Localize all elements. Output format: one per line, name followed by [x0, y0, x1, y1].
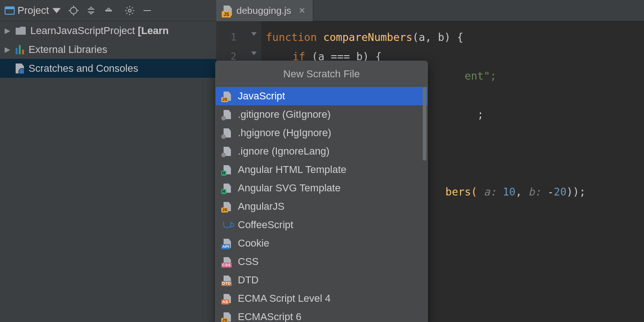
editor-tab[interactable]: JS debugging.js ✕	[216, 0, 313, 21]
chevron-right-icon[interactable]: ▶	[5, 26, 11, 35]
css-file-icon: CSS	[222, 257, 232, 267]
popup-scrollbar[interactable]	[423, 87, 426, 161]
svg-rect-4	[144, 10, 151, 11]
popup-item-gitignore[interactable]: .gitignore (GitIgnore)	[216, 105, 427, 124]
js-file-icon: JS	[222, 312, 232, 322]
popup-item-label: CSS	[238, 256, 259, 268]
popup-item-dtd[interactable]: DTD DTD	[216, 271, 427, 289]
chevron-right-icon[interactable]: ▶	[5, 45, 11, 54]
popup-item-label: .hgignore (HgIgnore)	[238, 127, 331, 139]
new-scratch-file-popup: New Scratch File JS JavaScript .gitignor…	[215, 61, 428, 322]
popup-item-hgignore[interactable]: .hgignore (HgIgnore)	[216, 124, 427, 142]
svg-rect-1	[5, 7, 14, 9]
fold-marker-icon[interactable]	[250, 50, 258, 57]
popup-list: JS JavaScript .gitignore (GitIgnore) .hg…	[216, 87, 427, 322]
popup-item-ecma6[interactable]: JS ECMAScript 6	[216, 308, 427, 322]
settings-gear-icon[interactable]	[124, 5, 135, 16]
svg-point-3	[128, 9, 131, 12]
popup-item-label: Cookie	[238, 237, 269, 249]
code-line: function compareNumbers(a, b) {	[266, 28, 644, 47]
ignore-file-icon	[222, 146, 232, 156]
api-file-icon: API	[222, 238, 232, 248]
project-view-label: Project	[17, 5, 49, 17]
popup-item-label: .ignore (IgnoreLang)	[238, 145, 329, 157]
expand-all-icon[interactable]	[86, 5, 97, 16]
js-file-badge-icon: JS	[222, 11, 231, 17]
popup-item-label: ECMA Script Level 4	[238, 293, 331, 305]
coffeescript-icon	[222, 220, 232, 230]
angular-svg-icon: H	[222, 183, 232, 193]
project-tree: ▶ LearnJavaScriptProject [Learn ▶ Extern…	[0, 21, 216, 322]
minimize-icon[interactable]	[142, 5, 153, 16]
js-file-icon: JS	[222, 91, 232, 101]
dtd-file-icon: DTD	[222, 275, 232, 285]
popup-item-label: AngularJS	[238, 201, 285, 213]
ignore-file-icon	[222, 128, 232, 138]
as-file-icon: AS	[222, 293, 232, 304]
project-sidebar-toolbar: Project	[0, 0, 644, 21]
scratch-icon	[16, 63, 24, 74]
tree-item-suffix: [Learn	[135, 25, 168, 36]
project-pane-icon	[5, 6, 15, 15]
popup-item-angular-html[interactable]: H Angular HTML Template	[216, 161, 427, 179]
close-tab-icon[interactable]: ✕	[299, 6, 305, 16]
popup-item-label: Angular SVG Template	[238, 182, 340, 194]
popup-item-angular-svg[interactable]: H Angular SVG Template	[216, 179, 427, 197]
popup-title: New Scratch File	[216, 61, 427, 87]
folder-icon	[16, 27, 26, 35]
collapse-all-icon[interactable]	[103, 5, 114, 16]
dropdown-triangle-icon	[52, 6, 62, 15]
popup-item-label: .gitignore (GitIgnore)	[238, 109, 331, 121]
popup-item-label: DTD	[238, 274, 259, 286]
popup-item-label: Angular HTML Template	[238, 164, 346, 176]
popup-item-ecma4[interactable]: AS ECMA Script Level 4	[216, 289, 427, 308]
popup-item-cookie[interactable]: API Cookie	[216, 234, 427, 253]
js-file-icon: JS	[222, 201, 232, 212]
popup-item-label: ECMAScript 6	[238, 311, 301, 322]
angular-html-icon: H	[222, 165, 232, 175]
tree-item-scratches[interactable]: Scratches and Consoles	[0, 59, 216, 78]
tab-filename: debugging.js	[236, 5, 291, 16]
libraries-icon	[16, 45, 24, 54]
popup-item-coffeescript[interactable]: CoffeeScript	[216, 216, 427, 234]
popup-item-css[interactable]: CSS CSS	[216, 253, 427, 271]
popup-item-angularjs[interactable]: JS AngularJS	[216, 197, 427, 216]
locate-icon[interactable]	[68, 5, 79, 16]
popup-item-ignore[interactable]: .ignore (IgnoreLang)	[216, 142, 427, 161]
tree-item-external-libraries[interactable]: ▶ External Libraries	[0, 40, 216, 59]
tree-item-label: External Libraries	[29, 44, 107, 56]
popup-item-label: JavaScript	[238, 90, 285, 102]
fold-marker-icon[interactable]	[250, 30, 258, 38]
popup-item-label: CoffeeScript	[238, 219, 293, 231]
tree-item-label: Scratches and Consoles	[29, 63, 138, 75]
project-view-selector[interactable]: Project	[5, 5, 62, 17]
popup-item-javascript[interactable]: JS JavaScript	[216, 87, 427, 105]
svg-point-2	[70, 7, 77, 14]
tree-item-label: LearnJavaScriptProject	[30, 25, 135, 36]
ignore-file-icon	[222, 109, 232, 120]
line-number: 1	[216, 28, 236, 47]
tree-item-project-root[interactable]: ▶ LearnJavaScriptProject [Learn	[0, 21, 216, 40]
